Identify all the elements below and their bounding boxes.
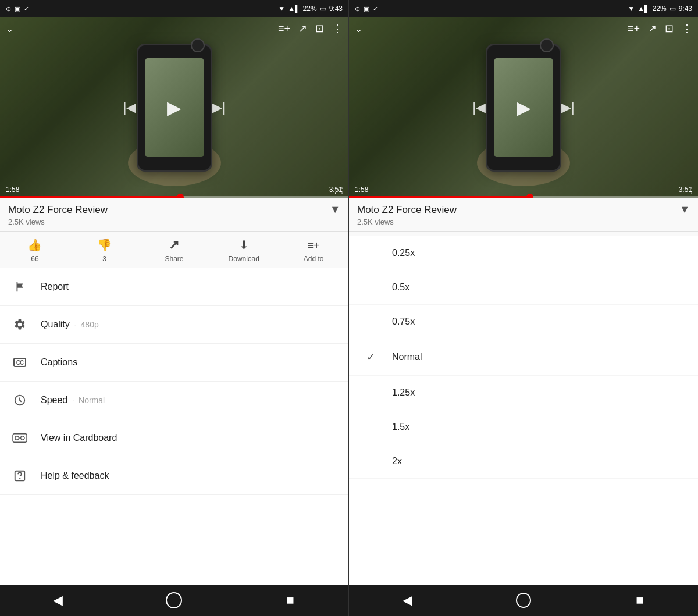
speed-option-2x[interactable]: 2x — [349, 444, 698, 479]
speed-icon — [12, 392, 28, 408]
report-label: Report — [41, 282, 69, 292]
speed-label-normal: Normal — [392, 352, 422, 362]
captions-label: Captions — [41, 357, 77, 368]
progress-bar-r[interactable] — [349, 196, 698, 198]
home-button-right[interactable] — [511, 587, 536, 613]
download-label: Download — [229, 255, 259, 263]
camera-bump-r — [540, 38, 554, 52]
action-row-partial — [349, 232, 698, 236]
skip-forward-icon: ▶| — [212, 100, 226, 115]
like-button[interactable]: 66 — [17, 237, 52, 263]
right-phone-panel: ⊙ ▣ ✓ ▼ ▲▌ 22% ▭ 9:43 ⌄ ≡+ ↗ ⊡ ⋮ — [349, 0, 698, 616]
left-phone-panel: ⊙ ▣ ✓ ▼ ▲▌ 22% ▭ 9:43 ⌄ ≡+ ↗ ⊡ — [0, 0, 349, 616]
title-dropdown-arrow[interactable]: ▼ — [330, 204, 340, 216]
speed-label-075x: 0.75x — [392, 316, 415, 327]
more-options-icon[interactable]: ⋮ — [332, 22, 343, 35]
menu-item-report[interactable]: Report — [0, 268, 348, 306]
share-icon[interactable]: ↗ — [298, 22, 307, 35]
status-bar-right: ⊙ ▣ ✓ ▼ ▲▌ 22% ▭ 9:43 — [349, 0, 698, 17]
skip-forward-button[interactable]: ▶| — [212, 100, 226, 115]
menu-item-captions[interactable]: CC Captions — [0, 344, 348, 382]
video-player-right[interactable]: ⌄ ≡+ ↗ ⊡ ⋮ |◀ ▶ ▶| 1:58 3:51 — [349, 17, 698, 198]
speed-label-05x: 0.5x — [392, 282, 409, 293]
recent-button-left[interactable]: ■ — [277, 587, 303, 613]
camera-bump — [191, 38, 205, 52]
status-left-icons: ⊙ ▣ ✓ — [6, 5, 29, 13]
title-dropdown-arrow-r[interactable]: ▼ — [679, 204, 690, 216]
speed-option-05x[interactable]: 0.5x — [349, 270, 698, 305]
notification-dot-icon: ⊙ — [6, 5, 11, 13]
nav-bar-right: ◀ ■ — [349, 585, 698, 616]
play-icon: ▶ — [167, 97, 181, 119]
download-button[interactable]: Download — [226, 237, 261, 263]
video-player-left[interactable]: ⌄ ≡+ ↗ ⊡ ⋮ |◀ ▶ ▶| 1:58 3: — [0, 17, 348, 198]
speed-label-15x: 1.5x — [392, 422, 409, 432]
recent-button-right[interactable]: ■ — [627, 587, 653, 613]
speed-option-15x[interactable]: 1.5x — [349, 410, 698, 444]
time-display: 9:43 — [329, 5, 343, 13]
more-options-icon-r[interactable]: ⋮ — [682, 22, 692, 35]
progress-bar[interactable] — [0, 196, 348, 198]
play-icon-r: ▶ — [517, 97, 531, 119]
time-row: 1:58 3:51 — [0, 186, 348, 196]
collapse-button-r[interactable]: ⌄ — [355, 23, 362, 34]
menu-item-speed[interactable]: Speed · Normal — [0, 382, 348, 419]
speed-options-list: 0.25x 0.5x 0.75x ✓ Normal 1.25x 1.5x 2x — [349, 236, 698, 585]
speed-option-025x[interactable]: 0.25x — [349, 236, 698, 270]
video-info-right: Moto Z2 Force Review ▼ 2.5K views — [349, 198, 698, 232]
speed-option-normal[interactable]: ✓ Normal — [349, 339, 698, 376]
svg-point-3 — [21, 436, 24, 440]
quality-sub: 480p — [81, 320, 99, 329]
cardboard-label: View in Cardboard — [41, 433, 117, 443]
share-icon-r[interactable]: ↗ — [648, 22, 657, 35]
battery-icon-r: ▭ — [669, 5, 676, 13]
download-icon — [239, 237, 249, 252]
video-top-controls-r: ⌄ ≡+ ↗ ⊡ ⋮ — [355, 22, 692, 35]
share-button[interactable]: Share — [156, 237, 191, 263]
play-button[interactable]: ▶ — [160, 93, 189, 122]
nav-bar-left: ◀ ■ — [0, 585, 348, 616]
skip-back-button[interactable]: |◀ — [123, 100, 137, 115]
back-button-right[interactable]: ◀ — [394, 587, 420, 613]
cast-icon-r[interactable]: ⊡ — [665, 22, 674, 35]
home-icon-left — [166, 592, 182, 608]
menu-item-help[interactable]: Help & feedback — [0, 457, 348, 495]
menu-item-cardboard[interactable]: View in Cardboard — [0, 419, 348, 457]
playlist-icon[interactable]: ≡+ — [278, 23, 290, 35]
fullscreen-button-r[interactable]: ⛶ — [684, 186, 692, 195]
video-title-row: Moto Z2 Force Review ▼ — [8, 204, 340, 216]
skip-back-icon: |◀ — [123, 100, 137, 115]
status-bar-left: ⊙ ▣ ✓ ▼ ▲▌ 22% ▭ 9:43 — [0, 0, 348, 17]
play-button-r[interactable]: ▶ — [509, 93, 538, 122]
cardboard-icon — [12, 430, 28, 446]
help-icon — [12, 468, 28, 484]
home-button-left[interactable] — [161, 587, 187, 613]
signal-icon: ▲▌ — [288, 5, 300, 13]
back-button-left[interactable]: ◀ — [45, 587, 71, 613]
notification-dot-icon-r: ⊙ — [355, 5, 360, 13]
status-left-icons-right: ⊙ ▣ ✓ — [355, 5, 378, 13]
fullscreen-icon: ⛶ — [334, 186, 343, 195]
like-count: 66 — [31, 255, 38, 263]
collapse-button[interactable]: ⌄ — [6, 23, 13, 34]
video-top-right-controls: ≡+ ↗ ⊡ ⋮ — [278, 22, 343, 35]
cast-icon[interactable]: ⊡ — [315, 22, 324, 35]
speed-option-125x[interactable]: 1.25x — [349, 376, 698, 410]
home-icon-right — [516, 593, 531, 608]
dislike-button[interactable]: 3 — [87, 237, 122, 263]
flag-icon — [12, 279, 28, 295]
skip-forward-button-r[interactable]: ▶| — [561, 100, 575, 115]
playlist-icon-r[interactable]: ≡+ — [628, 23, 640, 35]
addto-button[interactable]: Add to — [296, 237, 331, 263]
wifi-icon: ▼ — [278, 5, 285, 13]
skip-back-button-r[interactable]: |◀ — [472, 100, 486, 115]
menu-item-quality[interactable]: Quality · 480p — [0, 306, 348, 344]
wifi-icon-r: ▼ — [628, 5, 635, 13]
fullscreen-button[interactable]: ⛶ — [334, 186, 343, 195]
time-row-r: 1:58 3:51 — [349, 186, 698, 196]
battery-percent-r: 22% — [653, 5, 667, 13]
speed-option-075x[interactable]: 0.75x — [349, 305, 698, 339]
progress-fill-r — [349, 196, 530, 198]
progress-dot — [177, 194, 184, 198]
video-center-controls: |◀ ▶ ▶| — [123, 93, 225, 122]
